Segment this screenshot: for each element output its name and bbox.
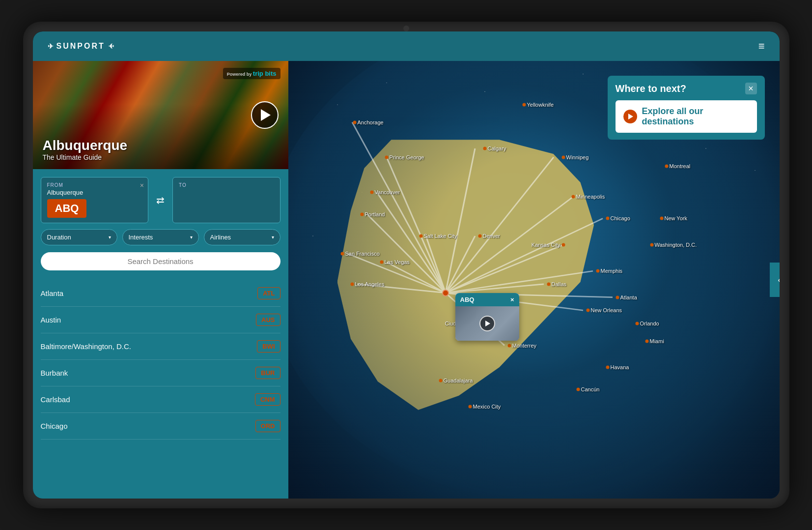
abq-popup[interactable]: ABQ × bbox=[455, 293, 519, 341]
city-dot[interactable] bbox=[606, 217, 609, 220]
where-close-button[interactable]: × bbox=[745, 83, 757, 94]
powered-by-text: Powered by bbox=[227, 72, 253, 77]
chevron-left-icon: ‹ bbox=[778, 275, 780, 285]
powered-by: Powered by trip bits bbox=[223, 68, 280, 79]
destination-item[interactable]: Chicago ORD bbox=[41, 413, 280, 440]
logo: ✈ SUNPORT ✈ bbox=[48, 42, 114, 51]
destination-list: Atlanta ATL Austin AUS Baltimore/Washing… bbox=[33, 280, 288, 499]
interests-filter[interactable]: Interests ▾ bbox=[122, 229, 199, 245]
city-label: Minneapolis bbox=[576, 194, 605, 200]
sidebar: Powered by trip bits Albuquerque The Ult… bbox=[33, 61, 288, 499]
city-dot[interactable] bbox=[522, 103, 526, 107]
interests-arrow-icon: ▾ bbox=[190, 235, 193, 240]
city-label: Montreal bbox=[670, 163, 691, 169]
main-content: Powered by trip bits Albuquerque The Ult… bbox=[33, 61, 780, 499]
wing-right-icon: ✈ bbox=[107, 42, 114, 50]
city-dot[interactable] bbox=[385, 155, 388, 159]
from-label: FROM bbox=[47, 182, 142, 188]
duration-label: Duration bbox=[47, 234, 71, 241]
city-label: Dallas bbox=[552, 281, 567, 287]
city-dot[interactable] bbox=[380, 261, 383, 264]
city-dot[interactable] bbox=[419, 235, 422, 238]
destination-item[interactable]: Baltimore/Washington, D.C. BWI bbox=[41, 333, 280, 360]
city-dot[interactable] bbox=[340, 252, 344, 255]
where-header: Where to next? × bbox=[616, 83, 757, 94]
destination-item[interactable]: Austin AUS bbox=[41, 307, 280, 333]
city-dot[interactable] bbox=[439, 379, 442, 382]
city-dot[interactable] bbox=[353, 120, 356, 124]
airlines-filter[interactable]: Airlines ▾ bbox=[204, 229, 280, 245]
airlines-label: Airlines bbox=[210, 234, 231, 241]
city-dot[interactable] bbox=[596, 269, 599, 273]
flight-form: FROM × Albuquerque ABQ ⇄ TO bbox=[33, 169, 288, 280]
destination-item[interactable]: Carlsbad CNM bbox=[41, 386, 280, 413]
city-label: Las Vegas bbox=[385, 259, 410, 265]
city-dot[interactable] bbox=[547, 282, 550, 286]
camera-notch bbox=[403, 26, 409, 31]
city-dot[interactable] bbox=[571, 195, 575, 198]
airlines-arrow-icon: ▾ bbox=[272, 235, 274, 240]
from-code-badge: ABQ bbox=[47, 199, 87, 218]
swap-button[interactable]: ⇄ bbox=[153, 177, 168, 223]
destination-name: Atlanta bbox=[41, 289, 64, 297]
destination-code: CNM bbox=[255, 393, 280, 406]
to-box[interactable]: TO bbox=[172, 177, 280, 223]
city-dot[interactable] bbox=[586, 309, 589, 312]
city-dot[interactable] bbox=[665, 164, 668, 168]
city-dot[interactable] bbox=[576, 387, 580, 391]
from-close-button[interactable]: × bbox=[140, 181, 144, 189]
city-dot[interactable] bbox=[635, 322, 639, 325]
hero-image: Powered by trip bits Albuquerque The Ult… bbox=[33, 61, 288, 169]
city-dot[interactable] bbox=[468, 405, 472, 409]
logo-text: SUNPORT bbox=[56, 42, 105, 51]
to-label: TO bbox=[179, 182, 274, 188]
city-label: Denver bbox=[483, 233, 500, 239]
city-dot[interactable] bbox=[561, 155, 565, 159]
hero-title: Albuquerque bbox=[43, 138, 128, 153]
city-label: Vancouver bbox=[375, 189, 400, 195]
destination-code: AUS bbox=[256, 314, 280, 326]
city-label: Calgary bbox=[488, 146, 506, 151]
abq-code: ABQ bbox=[460, 296, 475, 303]
city-dot[interactable] bbox=[616, 295, 619, 299]
city-dot[interactable] bbox=[650, 243, 653, 246]
city-dot[interactable] bbox=[360, 212, 364, 216]
hamburger-menu[interactable]: ≡ bbox=[758, 40, 765, 53]
city-dot[interactable] bbox=[507, 344, 511, 347]
city-label: Miami bbox=[650, 338, 664, 344]
city-dot[interactable] bbox=[478, 235, 481, 238]
city-label: New Orleans bbox=[591, 307, 622, 313]
city-dot[interactable] bbox=[483, 147, 486, 150]
hero-subtitle: The Ultimate Guide bbox=[43, 153, 128, 161]
city-dot[interactable] bbox=[350, 282, 354, 286]
city-label: Yellowknife bbox=[527, 102, 554, 108]
sidebar-toggle-button[interactable]: ‹ bbox=[770, 263, 780, 297]
city-label: New York bbox=[665, 215, 687, 221]
search-bar[interactable] bbox=[41, 252, 280, 270]
abq-popup-close[interactable]: × bbox=[510, 296, 514, 303]
wing-left-icon: ✈ bbox=[48, 42, 55, 50]
city-label: San Francisco bbox=[345, 251, 380, 257]
city-label: Guadalajara bbox=[444, 378, 473, 383]
city-dot[interactable] bbox=[561, 243, 565, 246]
abq-hub-dot[interactable] bbox=[442, 290, 449, 296]
city-label: Prince George bbox=[390, 154, 424, 160]
from-box: FROM × Albuquerque ABQ bbox=[41, 177, 149, 223]
destination-item[interactable]: Atlanta ATL bbox=[41, 280, 280, 307]
city-label: Orlando bbox=[640, 321, 659, 326]
explore-text: Explore all our destinations bbox=[642, 106, 749, 127]
city-dot[interactable] bbox=[660, 217, 663, 220]
abq-play-button[interactable] bbox=[479, 316, 495, 331]
hero-play-button[interactable] bbox=[251, 101, 279, 129]
destination-item[interactable]: Burbank BUR bbox=[41, 360, 280, 386]
explore-button[interactable]: Explore all our destinations bbox=[616, 100, 757, 133]
duration-filter[interactable]: Duration ▾ bbox=[41, 229, 117, 245]
search-input[interactable] bbox=[51, 257, 271, 265]
abq-popup-header: ABQ × bbox=[455, 293, 519, 306]
city-label: Los Angeles bbox=[355, 281, 385, 287]
city-dot[interactable] bbox=[370, 191, 373, 194]
city-dot[interactable] bbox=[606, 366, 609, 369]
city-dot[interactable] bbox=[645, 339, 648, 343]
hero-text: Albuquerque The Ultimate Guide bbox=[43, 138, 128, 161]
destination-name: Austin bbox=[41, 316, 61, 324]
